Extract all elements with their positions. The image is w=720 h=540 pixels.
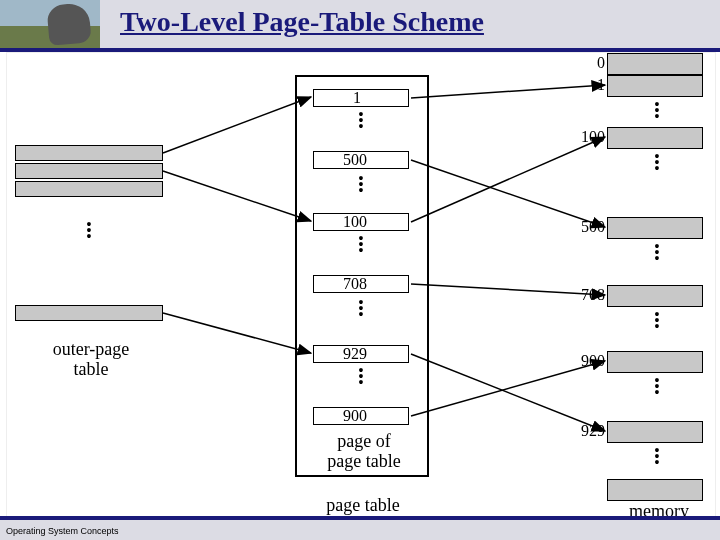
mem-frame: [607, 75, 703, 97]
inner-entry-value: 1: [353, 90, 361, 106]
mem-frame-num: 0: [591, 55, 605, 71]
mem-frame-num: 100: [573, 129, 605, 145]
mem-frame-num: 1: [591, 77, 605, 93]
inner-entry-value: 100: [343, 214, 367, 230]
outer-row: [15, 163, 163, 179]
mem-frame: [607, 351, 703, 373]
pageof-label: page of page table: [309, 431, 419, 471]
mem-frame: [607, 479, 703, 501]
mem-frame: [607, 217, 703, 239]
diagram-area: ••• outer-page table 1 ••• 500 ••• 100 •…: [6, 52, 716, 518]
outer-row: [15, 181, 163, 197]
vdots-icon: •••: [651, 313, 663, 331]
slide-title: Two-Level Page-Table Scheme: [120, 4, 484, 40]
logo-bg: [0, 0, 100, 48]
vdots-icon: •••: [355, 113, 367, 131]
mem-frame: [607, 53, 703, 75]
mem-frame: [607, 127, 703, 149]
mem-frame: [607, 285, 703, 307]
svg-line-5: [411, 137, 605, 222]
vdots-icon: •••: [355, 237, 367, 255]
mem-frame-num: 708: [573, 287, 605, 303]
svg-line-2: [163, 313, 311, 353]
outer-row: [15, 305, 163, 321]
mem-frame-num: 929: [573, 423, 605, 439]
dinosaur-icon: [46, 2, 91, 46]
footer-text: Operating System Concepts: [6, 526, 119, 536]
vdots-icon: •••: [651, 449, 663, 467]
pagetable-label: page table: [313, 495, 413, 515]
inner-entry-value: 500: [343, 152, 367, 168]
inner-entry-value: 900: [343, 408, 367, 424]
vdots-icon: •••: [651, 379, 663, 397]
svg-line-1: [163, 171, 311, 221]
svg-line-8: [411, 361, 605, 416]
vdots-icon: •••: [651, 155, 663, 173]
svg-line-0: [163, 97, 311, 153]
outer-row: [15, 145, 163, 161]
mem-frame-num: 500: [573, 219, 605, 235]
mem-frame: [607, 421, 703, 443]
inner-entry-value: 929: [343, 346, 367, 362]
slide-header: Two-Level Page-Table Scheme: [0, 0, 720, 52]
vdots-icon: •••: [355, 369, 367, 387]
vdots-icon: •••: [83, 223, 95, 241]
inner-row: [313, 89, 409, 107]
vdots-icon: •••: [355, 301, 367, 319]
vdots-icon: •••: [651, 245, 663, 263]
inner-entry-value: 708: [343, 276, 367, 292]
vdots-icon: •••: [355, 177, 367, 195]
svg-line-3: [411, 85, 605, 98]
mem-frame-num: 900: [573, 353, 605, 369]
vdots-icon: •••: [651, 103, 663, 121]
svg-line-4: [411, 160, 605, 227]
outer-table-label: outer-page table: [31, 339, 151, 379]
